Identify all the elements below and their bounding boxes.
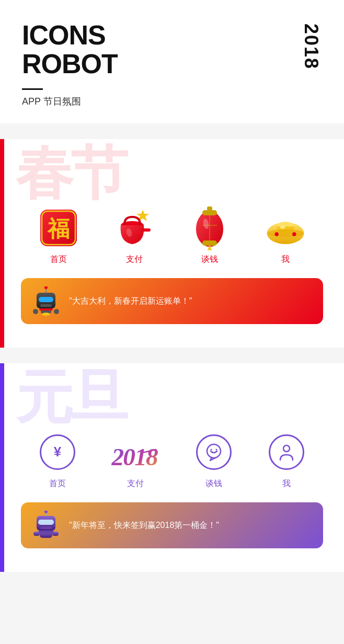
yuan-me-item[interactable]: 我 (266, 431, 307, 489)
svg-point-22 (267, 229, 304, 237)
yuan-dan-banner-text: "新年将至，快来签到赢2018第一桶金！" (69, 520, 313, 531)
svg-text:2018: 2018 (111, 443, 158, 470)
spring-home-label: 首页 (50, 254, 67, 265)
svg-rect-45 (38, 520, 54, 525)
svg-point-34 (33, 309, 38, 314)
yuan-talk-label: 谈钱 (205, 478, 222, 489)
yuan-me-label: 我 (282, 478, 291, 489)
header-subtitle: APP 节日氛围 (22, 95, 322, 108)
person-icon (266, 431, 307, 473)
svg-rect-6 (141, 228, 151, 232)
fu-icon: 福 (38, 207, 79, 249)
chat-icon (193, 431, 235, 473)
spring-festival-inner: 春节 (0, 139, 344, 348)
ingot-icon (265, 207, 306, 249)
svg-point-25 (280, 226, 285, 229)
svg-rect-30 (39, 297, 53, 302)
yen-icon: ¥ (37, 431, 78, 473)
yuan-dan-icons-row: ¥ 首页 (16, 431, 328, 489)
spring-festival-card: 春节 (0, 139, 344, 348)
spring-festival-bg-text: 春节 (16, 144, 125, 202)
spring-pay-label: 支付 (126, 254, 143, 265)
yuan-dan-inner: 元旦 ¥ 首页 (0, 363, 344, 572)
svg-point-40 (207, 444, 221, 458)
yuan-dan-card: 元旦 ¥ 首页 (0, 363, 344, 572)
svg-text:¥: ¥ (54, 444, 62, 459)
yuan-dan-banner[interactable]: "新年将至，快来签到赢2018第一桶金！" (21, 502, 323, 548)
gap-2 (0, 348, 344, 363)
gap-3 (0, 572, 344, 588)
svg-rect-51 (33, 532, 40, 536)
lantern-icon (189, 207, 231, 249)
header: ICONS ROBOT 2018 (0, 0, 344, 88)
robot-avatar-purple (31, 511, 61, 540)
spring-pay-item[interactable]: 支付 (113, 207, 155, 265)
yuan-pay-label: 支付 (127, 478, 144, 489)
spring-festival-icons-row: 福 首页 (16, 207, 328, 265)
yuan-pay-item[interactable]: 2018 支付 (109, 438, 162, 489)
svg-point-48 (44, 511, 48, 513)
spring-banner-text: "大吉大利，新春开启新运账单！" (69, 296, 313, 307)
yuan-home-label: 首页 (49, 478, 66, 489)
svg-point-42 (215, 449, 217, 451)
yuan-home-item[interactable]: ¥ 首页 (37, 431, 78, 489)
subtitle-wrap: APP 节日氛围 (0, 88, 344, 123)
svg-rect-46 (40, 527, 52, 529)
svg-rect-8 (207, 206, 212, 211)
bucket-icon (113, 207, 155, 249)
svg-point-29 (44, 286, 48, 289)
gap-1 (0, 123, 344, 139)
svg-rect-50 (38, 531, 54, 533)
svg-point-43 (283, 445, 290, 452)
svg-rect-33 (39, 308, 53, 310)
robot-avatar-red (31, 286, 61, 316)
svg-point-23 (274, 233, 278, 236)
svg-rect-52 (52, 532, 59, 536)
spring-banner[interactable]: "大吉大利，新春开启新运账单！" (21, 278, 323, 324)
spring-me-label: 我 (281, 254, 290, 265)
svg-point-41 (210, 449, 212, 451)
2018-icon: 2018 (109, 438, 162, 473)
spring-talk-item[interactable]: 谈钱 (189, 207, 231, 265)
yuan-dan-bg-text: 元旦 (16, 369, 125, 426)
svg-text:福: 福 (47, 216, 70, 241)
svg-point-36 (42, 313, 50, 316)
spring-home-item[interactable]: 福 首页 (38, 207, 79, 265)
spring-talk-label: 谈钱 (201, 254, 218, 265)
header-divider (22, 88, 43, 90)
year-label: 2018 (300, 24, 322, 70)
svg-rect-31 (40, 304, 52, 307)
yuan-talk-item[interactable]: 谈钱 (193, 431, 235, 489)
svg-point-35 (54, 309, 59, 314)
spring-me-item[interactable]: 我 (265, 207, 306, 265)
app-title: ICONS ROBOT (22, 21, 118, 78)
svg-point-24 (292, 233, 296, 236)
